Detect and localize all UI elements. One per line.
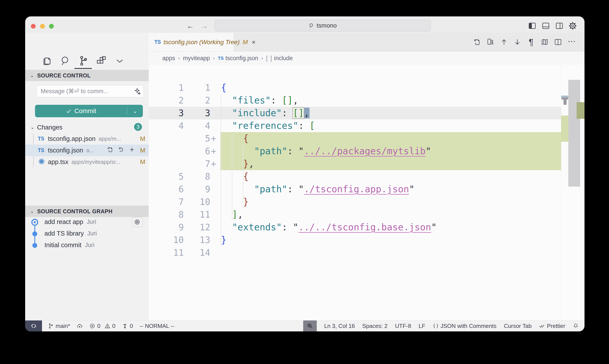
status-item[interactable]: LF [418,323,425,329]
commit-graph-node [25,228,44,239]
code-line[interactable]: 7+ }, [149,157,561,170]
breadcrumb[interactable]: apps›myviteapp›TStsconfig.json›[ ]includ… [149,52,584,65]
status-item[interactable]: JSON with Comments [433,323,497,329]
status-item[interactable]: Prettier [539,323,565,329]
new-line-number: 11 [184,208,210,221]
commit-dropdown-button[interactable]: ⌄ [127,108,143,114]
split-editor-icon[interactable] [554,38,562,46]
code-rows[interactable]: 11{22 "files": [],33 "include": [],44 "r… [149,81,561,259]
zoom-indicator[interactable] [303,321,317,331]
indent-guide [232,132,232,221]
chevron-down-icon[interactable] [114,55,125,66]
remote-indicator[interactable] [25,321,42,331]
more-actions-icon[interactable]: ⋯ [568,38,576,46]
code-line[interactable]: 69 "path": "./tsconfig.app.json" [149,183,561,195]
toggle-secondary-sidebar-icon[interactable] [555,22,563,30]
code-token: } [221,234,226,245]
ts-file-icon: TS [218,56,224,61]
status-item[interactable]: 0 [122,323,133,329]
code-line[interactable]: 1013} [149,234,561,246]
go-to-file-icon[interactable] [107,146,113,155]
command-center[interactable]: tsmono [215,20,431,31]
status-item[interactable]: 00 [89,323,115,329]
code-line[interactable]: 22 "files": [], [149,94,561,107]
commit-button[interactable]: Commit ⌄ [35,105,143,117]
settings-gear-icon[interactable] [569,22,577,30]
code-token: , [248,158,254,169]
close-window-button[interactable] [31,24,36,29]
sparkle-icon[interactable] [133,88,141,95]
next-change-icon[interactable] [513,38,521,46]
open-file-icon[interactable] [473,38,481,46]
search-icon [309,23,315,28]
code-token: : [271,95,282,106]
discard-icon[interactable] [118,146,124,155]
commit-row[interactable]: Initial commitJuri [25,239,149,251]
extensions-icon[interactable] [95,55,107,66]
breadcrumb-item[interactable]: myviteapp [183,55,210,62]
code-line[interactable]: 58 { [149,170,561,183]
code-line[interactable]: 1114 [149,246,561,259]
previous-change-icon[interactable] [500,38,508,46]
source-control-icon[interactable] [78,55,89,66]
minimap-icon[interactable] [541,38,549,46]
commit-message: add TS library [44,230,84,237]
code-token: "path" [254,146,287,156]
source-control-graph-header[interactable]: ⌄ SOURCE CONTROL GRAPH [25,206,149,217]
changed-file-row[interactable]: app.tsxapps/myviteapp/sr...M [25,156,149,168]
changes-header[interactable]: ⌄ Changes [25,122,149,132]
code-token: " [431,222,437,233]
code-line[interactable]: 811 ], [149,208,561,221]
whitespace-icon[interactable]: ¶ [527,38,535,46]
code-token: "files" [232,95,271,106]
status-item[interactable]: Spaces: 2 [362,323,388,329]
zoom-window-button[interactable] [49,24,54,29]
tab-tsconfig-working-tree[interactable]: TS tsconfig.json (Working Tree) M × [149,33,234,52]
minimap-text-mark [563,97,567,105]
tab-label: tsconfig.json (Working Tree) [163,39,240,46]
search-icon[interactable] [60,55,71,66]
forward-button[interactable]: → [201,22,208,29]
inline-view-icon[interactable] [487,38,494,46]
code-line[interactable]: 11{ [149,81,561,94]
close-icon[interactable]: × [252,39,256,46]
breadcrumb-item[interactable]: apps [162,55,175,62]
status-item[interactable] [77,323,83,329]
commit-button-main[interactable]: Commit [35,107,127,115]
status-item[interactable]: main* [48,323,70,329]
scrollbar-thumb[interactable] [568,80,580,187]
breadcrumb-item[interactable]: include [274,55,293,62]
toggle-primary-sidebar-icon[interactable] [528,22,536,30]
code-line[interactable]: 33 "include": [], [149,107,561,119]
status-item[interactable] [573,323,579,329]
code-line[interactable]: 5+ { [149,132,561,145]
changed-file-row[interactable]: TStsconfig.jsona...M [25,144,149,156]
code-line[interactable]: 912 "extends": "../../tsconfig.base.json… [149,221,561,234]
goto-current-commit-button[interactable] [132,217,143,227]
code-line[interactable]: 44 "references": [ [149,119,561,132]
code-token: "references" [232,120,298,131]
explorer-icon[interactable] [41,55,53,66]
changes-list: TStsconfig.app.jsonapps/m...MTStsconfig.… [25,133,149,168]
changed-file-row[interactable]: TStsconfig.app.jsonapps/m...M [25,133,149,144]
commit-message-input[interactable]: Message (⌘⏎ to comm... [37,85,144,97]
minimize-window-button[interactable] [40,24,45,29]
stage-icon[interactable] [129,146,135,155]
status-bar-right: Ln 3, Col 16Spaces: 2UTF-8LFJSON with Co… [303,321,579,331]
toggle-panel-icon[interactable] [542,22,550,30]
commit-row[interactable]: add react appJuri [25,216,149,228]
app-window: ← → tsmono [25,16,584,331]
commit-row[interactable]: add TS libraryJuri [25,228,149,239]
code-line[interactable]: 710 } [149,195,561,208]
status-item[interactable]: Ln 3, Col 16 [324,323,355,329]
status-item[interactable]: -- NORMAL -- [140,323,174,329]
code-line[interactable]: 6+ "path": "../../packages/mytslib" [149,145,561,157]
file-actions [107,146,135,155]
breadcrumb-item[interactable]: tsconfig.json [225,55,258,62]
status-item[interactable]: UTF-8 [395,323,411,329]
code-token: ./tsconfig.app.json [304,184,409,195]
source-control-section-header[interactable]: ⌄ SOURCE CONTROL [25,70,149,81]
code-token: { [243,171,248,182]
back-button[interactable]: ← [187,22,194,29]
status-item[interactable]: Cursor Tab [504,323,532,329]
